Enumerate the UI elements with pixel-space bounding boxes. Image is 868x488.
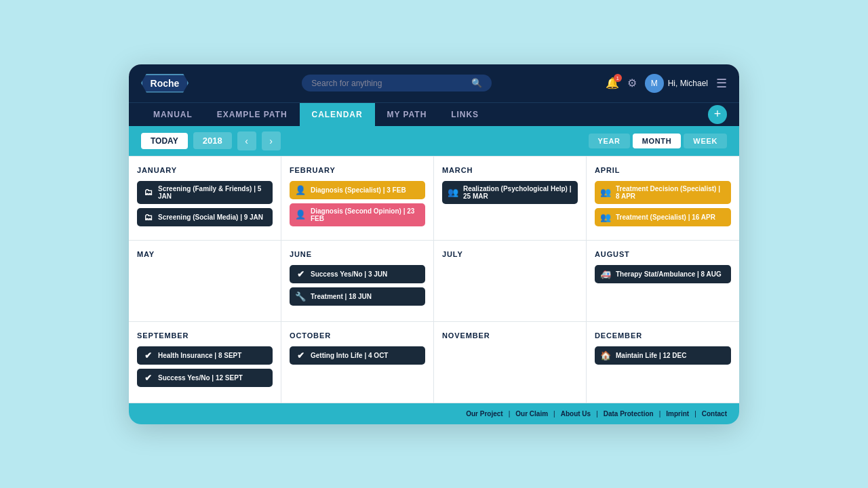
footer-link-our-claim[interactable]: Our Claim bbox=[515, 410, 548, 418]
event-label: Treatment | 18 JUN bbox=[311, 293, 372, 300]
year-view-button[interactable]: YEAR bbox=[589, 134, 630, 148]
event-icon: 🗂 bbox=[142, 212, 153, 222]
month-name: JUNE bbox=[290, 250, 425, 258]
event-icon: 🏠 bbox=[600, 350, 611, 361]
event-item[interactable]: 🗂Screening (Social Media) | 9 JAN bbox=[137, 208, 273, 226]
event-item[interactable]: ✔Getting Into Life | 4 OCT bbox=[290, 346, 425, 365]
month-cell-october: OCTOBER✔Getting Into Life | 4 OCT bbox=[281, 322, 434, 403]
logo: Roche bbox=[141, 74, 189, 93]
event-label: Getting Into Life | 4 OCT bbox=[311, 352, 388, 359]
month-cell-january: JANUARY🗂Screening (Family & Friends) | 5… bbox=[129, 157, 281, 241]
footer-separator: | bbox=[694, 410, 696, 418]
year-display: 2018 bbox=[193, 132, 232, 149]
event-label: Treatment (Specialist) | 16 APR bbox=[616, 214, 715, 221]
month-name: NOVEMBER bbox=[442, 331, 578, 340]
calendar-grid: JANUARY🗂Screening (Family & Friends) | 5… bbox=[129, 156, 739, 403]
event-label: Therapy Stat/Ambulance | 8 AUG bbox=[616, 270, 722, 278]
footer-link-data-protection[interactable]: Data Protection bbox=[604, 410, 654, 418]
avatar: M bbox=[645, 74, 664, 93]
month-cell-may: MAY bbox=[129, 241, 281, 322]
view-switcher: YEAR MONTH WEEK bbox=[589, 134, 727, 148]
footer-link-contact[interactable]: Contact bbox=[702, 410, 727, 418]
event-label: Screening (Social Media) | 9 JAN bbox=[158, 214, 263, 221]
today-button[interactable]: TODAY bbox=[141, 133, 188, 149]
month-name: JULY bbox=[442, 250, 578, 258]
hamburger-icon[interactable]: ☰ bbox=[716, 76, 727, 91]
event-icon: 🗂 bbox=[142, 187, 153, 197]
month-cell-february: FEBRUARY👤Diagnosis (Specialist) | 3 FEB👤… bbox=[281, 157, 434, 241]
event-label: Treatment Decision (Specialist) | 8 APR bbox=[616, 185, 726, 200]
event-label: Maintain Life | 12 DEC bbox=[616, 352, 686, 359]
month-cell-june: JUNE✔Success Yes/No | 3 JUN🔧Treatment | … bbox=[281, 241, 434, 322]
week-view-button[interactable]: WEEK bbox=[684, 134, 727, 148]
month-name: JANUARY bbox=[137, 166, 273, 174]
event-item[interactable]: ✔Success Yes/No | 12 SEPT bbox=[137, 369, 273, 387]
event-icon: ✔ bbox=[295, 269, 306, 279]
notification-icon[interactable]: 🔔 1 bbox=[606, 77, 619, 89]
month-name: FEBRUARY bbox=[290, 166, 425, 174]
footer-separator: | bbox=[553, 410, 555, 418]
nav-item-links[interactable]: LINKS bbox=[439, 103, 491, 126]
event-label: Realization (Psychological Help) | 25 MA… bbox=[463, 185, 572, 200]
footer-link-about-us[interactable]: About Us bbox=[561, 410, 591, 418]
event-label: Success Yes/No | 12 SEPT bbox=[158, 374, 243, 382]
header-right: 🔔 1 ⚙ M Hi, Michael ☰ bbox=[606, 74, 727, 93]
event-icon: ✔ bbox=[142, 373, 153, 383]
event-item[interactable]: ✔Success Yes/No | 3 JUN bbox=[290, 265, 425, 283]
event-label: Health Insurance | 8 SEPT bbox=[158, 352, 241, 359]
search-bar: 🔍 bbox=[302, 75, 492, 92]
footer-separator: | bbox=[509, 410, 511, 418]
event-label: Diagnosis (Specialist) | 3 FEB bbox=[311, 186, 406, 194]
event-item[interactable]: ✔Health Insurance | 8 SEPT bbox=[137, 346, 273, 365]
nav-item-my-path[interactable]: MY PATH bbox=[375, 103, 439, 126]
event-icon: 👥 bbox=[600, 212, 611, 222]
event-item[interactable]: 👥Treatment Decision (Specialist) | 8 APR bbox=[595, 181, 731, 204]
event-icon: 🔧 bbox=[295, 291, 306, 302]
event-item[interactable]: 👤Diagnosis (Second Opinion) | 23 FEB bbox=[290, 203, 425, 226]
event-icon: 👤 bbox=[295, 185, 306, 195]
event-item[interactable]: 👥Realization (Psychological Help) | 25 M… bbox=[442, 181, 578, 204]
month-cell-april: APRIL👥Treatment Decision (Specialist) | … bbox=[587, 157, 739, 241]
next-button[interactable]: › bbox=[262, 131, 281, 150]
event-item[interactable]: 🏠Maintain Life | 12 DEC bbox=[595, 346, 731, 365]
header: Roche 🔍 🔔 1 ⚙ M Hi, Michael ☰ bbox=[129, 64, 739, 102]
event-item[interactable]: 🗂Screening (Family & Friends) | 5 JAN bbox=[137, 181, 273, 204]
toolbar: TODAY 2018 ‹ › YEAR MONTH WEEK bbox=[129, 126, 739, 156]
event-item[interactable]: 🔧Treatment | 18 JUN bbox=[290, 287, 425, 306]
add-button[interactable]: + bbox=[708, 105, 727, 124]
nav-item-calendar[interactable]: CALENDAR bbox=[300, 103, 375, 126]
nav-item-example-path[interactable]: EXAMPLE PATH bbox=[205, 103, 300, 126]
month-name: DECEMBER bbox=[595, 331, 731, 340]
event-item[interactable]: 🚑Therapy Stat/Ambulance | 8 AUG bbox=[595, 265, 731, 283]
event-label: Success Yes/No | 3 JUN bbox=[311, 270, 387, 278]
month-cell-december: DECEMBER🏠Maintain Life | 12 DEC bbox=[587, 322, 739, 403]
search-input[interactable] bbox=[311, 79, 467, 88]
month-name: MAY bbox=[137, 250, 273, 258]
prev-button[interactable]: ‹ bbox=[237, 131, 256, 150]
user-greeting: Hi, Michael bbox=[668, 79, 708, 88]
month-cell-july: JULY bbox=[434, 241, 587, 322]
event-icon: 👥 bbox=[448, 187, 458, 197]
event-icon: 👤 bbox=[295, 209, 306, 220]
app-frame: Roche 🔍 🔔 1 ⚙ M Hi, Michael ☰ MANUAL EXA… bbox=[129, 64, 739, 424]
month-cell-september: SEPTEMBER✔Health Insurance | 8 SEPT✔Succ… bbox=[129, 322, 281, 403]
event-label: Screening (Family & Friends) | 5 JAN bbox=[158, 185, 267, 200]
footer-separator: | bbox=[596, 410, 598, 418]
month-name: MARCH bbox=[442, 166, 578, 174]
month-cell-august: AUGUST🚑Therapy Stat/Ambulance | 8 AUG bbox=[587, 241, 739, 322]
footer-link-imprint[interactable]: Imprint bbox=[666, 410, 689, 418]
nav-item-manual[interactable]: MANUAL bbox=[141, 103, 205, 126]
search-icon: 🔍 bbox=[471, 78, 482, 88]
month-cell-november: NOVEMBER bbox=[434, 322, 587, 403]
toolbar-left: TODAY 2018 ‹ › bbox=[141, 131, 281, 150]
event-item[interactable]: 👥Treatment (Specialist) | 16 APR bbox=[595, 208, 731, 226]
footer-separator: | bbox=[659, 410, 661, 418]
settings-icon[interactable]: ⚙ bbox=[627, 77, 637, 89]
month-name: OCTOBER bbox=[290, 331, 425, 340]
month-name: AUGUST bbox=[595, 250, 731, 258]
event-item[interactable]: 👤Diagnosis (Specialist) | 3 FEB bbox=[290, 181, 425, 199]
footer-link-our-project[interactable]: Our Project bbox=[466, 410, 502, 418]
month-view-button[interactable]: MONTH bbox=[633, 134, 682, 148]
nav: MANUAL EXAMPLE PATH CALENDAR MY PATH LIN… bbox=[129, 102, 739, 126]
month-cell-march: MARCH👥Realization (Psychological Help) |… bbox=[434, 157, 587, 241]
